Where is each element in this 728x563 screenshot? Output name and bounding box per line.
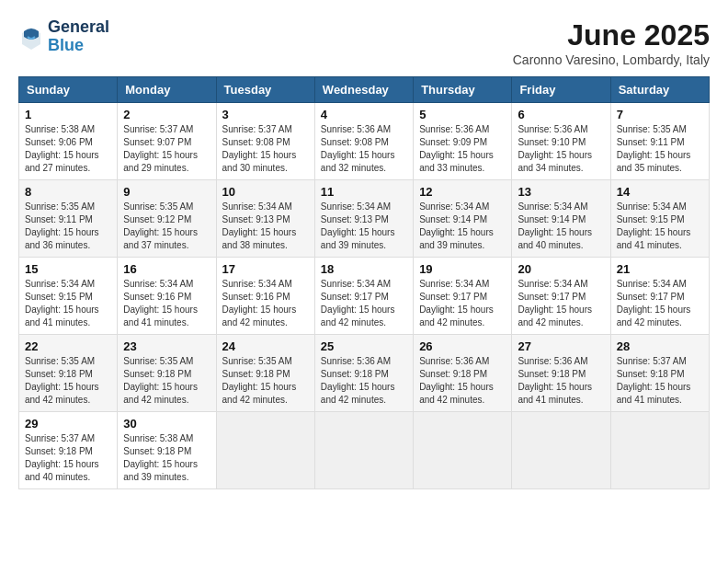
day-info: Sunrise: 5:34 AM Sunset: 9:17 PM Dayligh… <box>321 278 407 329</box>
logo-line1: General <box>48 18 109 37</box>
day-number: 5 <box>419 108 506 121</box>
day-info: Sunrise: 5:34 AM Sunset: 9:14 PM Dayligh… <box>419 201 506 252</box>
page-header: General Blue June 2025 Caronno Varesino,… <box>18 18 710 67</box>
calendar-cell: 10Sunrise: 5:34 AM Sunset: 9:13 PM Dayli… <box>216 180 314 258</box>
day-number: 19 <box>419 262 506 276</box>
day-number: 25 <box>321 339 407 353</box>
day-number: 28 <box>617 339 703 353</box>
title-area: June 2025 Caronno Varesino, Lombardy, It… <box>513 18 710 67</box>
day-info: Sunrise: 5:34 AM Sunset: 9:17 PM Dayligh… <box>617 278 703 329</box>
col-saturday: Saturday <box>610 77 709 103</box>
calendar-cell <box>610 412 709 489</box>
logo-icon <box>18 24 44 50</box>
day-info: Sunrise: 5:35 AM Sunset: 9:18 PM Dayligh… <box>25 355 111 407</box>
col-thursday: Thursday <box>414 77 512 103</box>
day-info: Sunrise: 5:36 AM Sunset: 9:18 PM Dayligh… <box>419 355 506 407</box>
calendar-cell: 11Sunrise: 5:34 AM Sunset: 9:13 PM Dayli… <box>314 180 413 258</box>
day-number: 11 <box>321 185 407 199</box>
day-number: 8 <box>25 185 111 199</box>
col-monday: Monday <box>118 77 216 103</box>
calendar-cell: 26Sunrise: 5:36 AM Sunset: 9:18 PM Dayli… <box>414 335 512 412</box>
day-info: Sunrise: 5:38 AM Sunset: 9:06 PM Dayligh… <box>25 123 111 175</box>
calendar-week-3: 15Sunrise: 5:34 AM Sunset: 9:15 PM Dayli… <box>19 258 710 335</box>
calendar-cell: 13Sunrise: 5:34 AM Sunset: 9:14 PM Dayli… <box>512 180 610 258</box>
month-title: June 2025 <box>513 18 710 52</box>
calendar-cell: 24Sunrise: 5:35 AM Sunset: 9:18 PM Dayli… <box>216 335 314 412</box>
day-number: 15 <box>25 262 111 276</box>
day-info: Sunrise: 5:35 AM Sunset: 9:18 PM Dayligh… <box>123 355 210 407</box>
day-number: 16 <box>123 262 210 276</box>
day-number: 22 <box>25 339 111 353</box>
day-number: 7 <box>617 108 703 121</box>
day-info: Sunrise: 5:34 AM Sunset: 9:16 PM Dayligh… <box>222 278 309 329</box>
calendar-cell: 17Sunrise: 5:34 AM Sunset: 9:16 PM Dayli… <box>216 258 314 335</box>
day-info: Sunrise: 5:36 AM Sunset: 9:18 PM Dayligh… <box>321 355 407 407</box>
day-number: 23 <box>123 339 210 353</box>
calendar-cell <box>512 412 610 489</box>
day-number: 18 <box>321 262 407 276</box>
day-info: Sunrise: 5:37 AM Sunset: 9:08 PM Dayligh… <box>222 123 309 175</box>
calendar-cell: 4Sunrise: 5:36 AM Sunset: 9:08 PM Daylig… <box>314 103 413 180</box>
day-info: Sunrise: 5:34 AM Sunset: 9:15 PM Dayligh… <box>617 201 703 252</box>
day-number: 26 <box>419 339 506 353</box>
calendar-cell: 8Sunrise: 5:35 AM Sunset: 9:11 PM Daylig… <box>19 180 118 258</box>
calendar-cell: 9Sunrise: 5:35 AM Sunset: 9:12 PM Daylig… <box>118 180 216 258</box>
day-info: Sunrise: 5:34 AM Sunset: 9:16 PM Dayligh… <box>123 278 210 329</box>
calendar-cell: 25Sunrise: 5:36 AM Sunset: 9:18 PM Dayli… <box>314 335 413 412</box>
calendar-cell: 7Sunrise: 5:35 AM Sunset: 9:11 PM Daylig… <box>610 103 709 180</box>
day-number: 29 <box>25 417 111 431</box>
calendar-cell: 19Sunrise: 5:34 AM Sunset: 9:17 PM Dayli… <box>414 258 512 335</box>
day-info: Sunrise: 5:34 AM Sunset: 9:13 PM Dayligh… <box>222 201 309 252</box>
calendar-cell: 5Sunrise: 5:36 AM Sunset: 9:09 PM Daylig… <box>414 103 512 180</box>
logo: General Blue <box>18 18 109 55</box>
calendar-cell: 22Sunrise: 5:35 AM Sunset: 9:18 PM Dayli… <box>19 335 118 412</box>
calendar-cell: 3Sunrise: 5:37 AM Sunset: 9:08 PM Daylig… <box>216 103 314 180</box>
calendar-week-1: 1Sunrise: 5:38 AM Sunset: 9:06 PM Daylig… <box>19 103 710 180</box>
day-info: Sunrise: 5:38 AM Sunset: 9:18 PM Dayligh… <box>123 432 210 484</box>
calendar-cell: 18Sunrise: 5:34 AM Sunset: 9:17 PM Dayli… <box>314 258 413 335</box>
day-info: Sunrise: 5:37 AM Sunset: 9:18 PM Dayligh… <box>25 432 111 484</box>
day-number: 27 <box>518 339 604 353</box>
col-sunday: Sunday <box>19 77 118 103</box>
calendar-cell: 30Sunrise: 5:38 AM Sunset: 9:18 PM Dayli… <box>118 412 216 489</box>
calendar-cell: 28Sunrise: 5:37 AM Sunset: 9:18 PM Dayli… <box>610 335 709 412</box>
calendar-cell: 16Sunrise: 5:34 AM Sunset: 9:16 PM Dayli… <box>118 258 216 335</box>
calendar-cell <box>216 412 314 489</box>
col-friday: Friday <box>512 77 610 103</box>
calendar-cell: 27Sunrise: 5:36 AM Sunset: 9:18 PM Dayli… <box>512 335 610 412</box>
calendar-cell: 12Sunrise: 5:34 AM Sunset: 9:14 PM Dayli… <box>414 180 512 258</box>
day-number: 24 <box>222 339 309 353</box>
calendar-cell: 1Sunrise: 5:38 AM Sunset: 9:06 PM Daylig… <box>19 103 118 180</box>
day-info: Sunrise: 5:35 AM Sunset: 9:11 PM Dayligh… <box>617 123 703 175</box>
day-info: Sunrise: 5:34 AM Sunset: 9:17 PM Dayligh… <box>419 278 506 329</box>
calendar-week-2: 8Sunrise: 5:35 AM Sunset: 9:11 PM Daylig… <box>19 180 710 258</box>
calendar-cell <box>314 412 413 489</box>
day-number: 9 <box>123 185 210 199</box>
calendar-cell: 14Sunrise: 5:34 AM Sunset: 9:15 PM Dayli… <box>610 180 709 258</box>
day-number: 17 <box>222 262 309 276</box>
day-number: 2 <box>123 108 210 121</box>
day-info: Sunrise: 5:34 AM Sunset: 9:17 PM Dayligh… <box>518 278 604 329</box>
day-number: 21 <box>617 262 703 276</box>
day-number: 1 <box>25 108 111 121</box>
calendar-cell: 29Sunrise: 5:37 AM Sunset: 9:18 PM Dayli… <box>19 412 118 489</box>
day-info: Sunrise: 5:34 AM Sunset: 9:13 PM Dayligh… <box>321 201 407 252</box>
calendar-week-5: 29Sunrise: 5:37 AM Sunset: 9:18 PM Dayli… <box>19 412 710 489</box>
day-info: Sunrise: 5:36 AM Sunset: 9:18 PM Dayligh… <box>518 355 604 407</box>
day-number: 10 <box>222 185 309 199</box>
day-number: 14 <box>617 185 703 199</box>
calendar-header-row: Sunday Monday Tuesday Wednesday Thursday… <box>19 77 710 103</box>
calendar-table: Sunday Monday Tuesday Wednesday Thursday… <box>18 76 710 489</box>
location-subtitle: Caronno Varesino, Lombardy, Italy <box>513 52 710 67</box>
day-number: 3 <box>222 108 309 121</box>
day-number: 13 <box>518 185 604 199</box>
day-number: 20 <box>518 262 604 276</box>
day-number: 6 <box>518 108 604 121</box>
day-info: Sunrise: 5:34 AM Sunset: 9:14 PM Dayligh… <box>518 201 604 252</box>
calendar-cell: 23Sunrise: 5:35 AM Sunset: 9:18 PM Dayli… <box>118 335 216 412</box>
calendar-cell: 20Sunrise: 5:34 AM Sunset: 9:17 PM Dayli… <box>512 258 610 335</box>
day-number: 30 <box>123 417 210 431</box>
day-number: 12 <box>419 185 506 199</box>
logo-line2: Blue <box>48 37 109 55</box>
day-info: Sunrise: 5:37 AM Sunset: 9:18 PM Dayligh… <box>617 355 703 407</box>
